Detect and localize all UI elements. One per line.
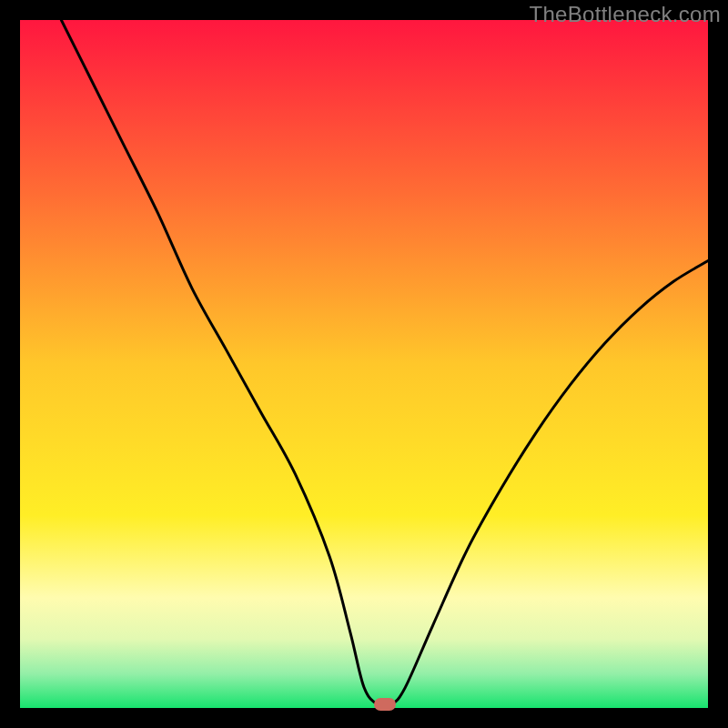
plot-area [20, 20, 708, 708]
gradient-background [20, 20, 708, 708]
chart-frame: TheBottleneck.com [0, 0, 728, 728]
chart-svg [20, 20, 708, 708]
watermark-text: TheBottleneck.com [529, 2, 721, 27]
optimum-marker [374, 698, 396, 711]
